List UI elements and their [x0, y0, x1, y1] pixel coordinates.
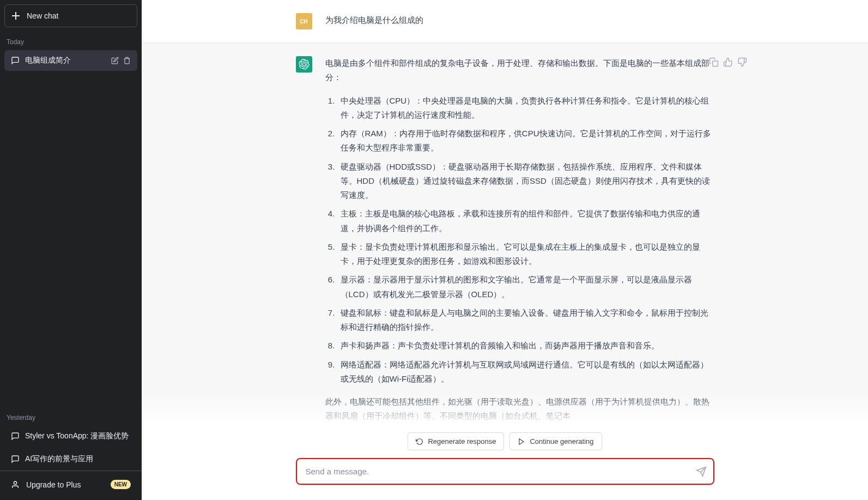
regenerate-button[interactable]: Regenerate response [408, 432, 504, 450]
regenerate-label: Regenerate response [428, 437, 496, 445]
assistant-message-row: 电脑是由多个组件和部件组成的复杂电子设备，用于处理、存储和输出数据。下面是电脑的… [142, 43, 868, 426]
thumbs-up-button[interactable] [723, 57, 733, 67]
openai-logo-icon [299, 59, 309, 70]
sidebar-bottom: Upgrade to Plus NEW [0, 471, 142, 500]
refresh-icon [416, 438, 423, 445]
assistant-intro: 电脑是由多个组件和部件组成的复杂电子设备，用于处理、存储和输出数据。下面是电脑的… [325, 56, 714, 85]
list-item: 显示器：显示器用于显示计算机的图形和文字输出。它通常是一个平面显示屏，可以是液晶… [337, 273, 714, 302]
plus-icon [11, 11, 20, 20]
copy-button[interactable] [709, 57, 719, 67]
upgrade-label: Upgrade to Plus [26, 480, 81, 489]
sidebar: New chat Today 电脑组成简介 Yesterday Styler v… [0, 0, 142, 500]
conversation-title: AI写作的前景与应用 [25, 454, 131, 464]
chat-icon [11, 455, 20, 463]
list-item: 键盘和鼠标：键盘和鼠标是人与电脑之间的主要输入设备。键盘用于输入文字和命令，鼠标… [337, 306, 714, 335]
svg-point-0 [14, 481, 16, 484]
chat-icon [11, 432, 20, 441]
section-today-label: Today [0, 32, 142, 49]
conversation-title: 电脑组成简介 [25, 56, 106, 65]
new-badge: NEW [111, 480, 131, 489]
chat-icon [11, 56, 20, 65]
assistant-outro: 此外，电脑还可能包括其他组件，如光驱（用于读取光盘）、电源供应器（用于为计算机提… [325, 395, 714, 424]
conversation-title: Styler vs ToonApp: 漫画脸优势 [25, 431, 131, 441]
sidebar-conversation-list: Today 电脑组成简介 Yesterday Styler vs ToonApp… [0, 32, 142, 471]
continue-label: Continue generating [530, 437, 593, 445]
edit-icon[interactable] [111, 57, 119, 64]
footer: Regenerate response Continue generating [142, 426, 868, 500]
user-message-row: CH 为我介绍电脑是什么组成的 [142, 0, 868, 43]
send-button[interactable] [696, 466, 707, 477]
footer-button-row: Regenerate response Continue generating [408, 432, 602, 450]
list-item: 显卡：显卡负责处理计算机图形和显示输出。它可以是集成在主板上的集成显卡，也可以是… [337, 240, 714, 269]
conversation-item-active[interactable]: 电脑组成简介 [4, 50, 137, 71]
continue-icon [518, 438, 525, 445]
thumbs-down-button[interactable] [737, 57, 747, 67]
chat-scroll[interactable]: CH 为我介绍电脑是什么组成的 电脑是由多个组件和部件组成的复杂电子设备，用于处… [142, 0, 868, 426]
assistant-message-content: 电脑是由多个组件和部件组成的复杂电子设备，用于处理、存储和输出数据。下面是电脑的… [325, 56, 714, 426]
message-input[interactable] [297, 459, 713, 484]
list-item: 网络适配器：网络适配器允许计算机与互联网或局域网进行通信。它可以是有线的（如以太… [337, 358, 714, 387]
user-message-text: 为我介绍电脑是什么组成的 [325, 13, 714, 29]
list-item: 声卡和扬声器：声卡负责处理计算机的音频输入和输出，而扬声器用于播放声音和音乐。 [337, 339, 714, 353]
trash-icon[interactable] [123, 57, 131, 64]
list-item: 主板：主板是电脑的核心电路板，承载和连接所有的组件和部件。它提供了数据传输和电力… [337, 207, 714, 236]
message-actions [709, 57, 747, 67]
list-item: 硬盘驱动器（HDD或SSD）：硬盘驱动器用于长期存储数据，包括操作系统、应用程序… [337, 160, 714, 203]
list-item: 中央处理器（CPU）：中央处理器是电脑的大脑，负责执行各种计算任务和指令。它是计… [337, 94, 714, 123]
section-yesterday-label: Yesterday [0, 407, 142, 425]
assistant-component-list: 中央处理器（CPU）：中央处理器是电脑的大脑，负责执行各种计算任务和指令。它是计… [325, 94, 714, 387]
continue-button[interactable]: Continue generating [509, 432, 602, 450]
upgrade-button[interactable]: Upgrade to Plus NEW [4, 473, 137, 496]
new-chat-label: New chat [27, 11, 58, 20]
message-input-container [296, 458, 714, 485]
svg-marker-2 [519, 438, 524, 444]
conversation-item[interactable]: AI写作的前景与应用 [4, 449, 137, 469]
svg-rect-1 [712, 61, 718, 67]
new-chat-button[interactable]: New chat [4, 4, 137, 27]
person-icon [11, 480, 20, 489]
conversation-item[interactable]: Styler vs ToonApp: 漫画脸优势 [4, 426, 137, 447]
main-panel: CH 为我介绍电脑是什么组成的 电脑是由多个组件和部件组成的复杂电子设备，用于处… [142, 0, 868, 500]
user-avatar: CH [296, 13, 312, 29]
assistant-avatar [296, 56, 312, 73]
send-icon [696, 466, 707, 477]
list-item: 内存（RAM）：内存用于临时存储数据和程序，供CPU快速访问。它是计算机的工作空… [337, 126, 714, 155]
